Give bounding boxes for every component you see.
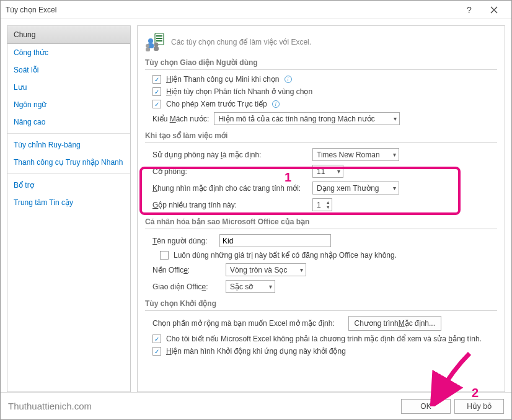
default-programs-button[interactable]: Chương trình Mặc định...	[348, 316, 441, 331]
category-sidebar: Chung Công thức Soát lỗi Lưu Ngôn ngữ Nâ…	[7, 25, 131, 392]
label-screentip: Kiểu Mách nước:	[152, 115, 209, 123]
svg-rect-2	[156, 38, 162, 39]
label-quick-analysis: Hiện tùy chọn Phân tích Nhanh ở vùng chọ…	[166, 87, 312, 96]
label-tell-me: Cho tôi biết nếu Microsoft Excel không p…	[166, 335, 482, 343]
combo-screentip[interactable]: Hiện mô tả của các tính năng trong Mách …	[214, 112, 400, 125]
header-text: Các tùy chọn chung để làm việc với Excel…	[171, 38, 311, 46]
sidebar-item-ngon-ngu[interactable]: Ngôn ngữ	[7, 96, 130, 113]
combo-default-font[interactable]: Times New Roman	[312, 148, 399, 161]
checkbox-live-preview[interactable]: ✓	[152, 100, 161, 108]
info-icon[interactable]: i	[285, 76, 292, 83]
svg-rect-3	[156, 40, 162, 42]
help-button[interactable]: ?	[457, 1, 482, 19]
sidebar-item-trust[interactable]: Trung tâm Tin cậy	[7, 194, 130, 211]
checkbox-quick-analysis[interactable]: ✓	[152, 87, 161, 96]
svg-rect-7	[154, 46, 159, 51]
sidebar-item-addins[interactable]: Bổ trợ	[7, 177, 130, 194]
label-font-size: Cỡ phông:	[152, 167, 307, 176]
ok-button[interactable]: OK	[401, 399, 451, 414]
label-sheet-count: Gộp nhiều trang tính này:	[152, 201, 307, 209]
close-button[interactable]	[482, 1, 506, 19]
cancel-button[interactable]: Hủy bỏ	[454, 399, 504, 414]
sidebar-item-luu[interactable]: Lưu	[7, 79, 130, 96]
sidebar-item-chung[interactable]: Chung	[7, 26, 130, 44]
window-title: Tùy chọn Excel	[6, 6, 457, 14]
label-username: Tên người dùng:	[152, 237, 214, 245]
input-username[interactable]	[219, 234, 331, 247]
label-default-font: Sử dụng phông này là mặc định:	[152, 151, 307, 159]
sidebar-item-cong-thuc[interactable]: Công thức	[7, 44, 130, 61]
combo-font-size[interactable]: 11	[312, 165, 343, 178]
section-personal-title: Cá nhân hóa bản sao Microsoft Office của…	[145, 217, 497, 229]
label-office-theme: Giao diện Office:	[152, 282, 221, 291]
label-default-ext: Chọn phần mở rộng mà bạn muốn Excel mở m…	[152, 319, 335, 328]
spinner-sheet-count[interactable]: 1 ▲▼	[312, 198, 332, 211]
checkbox-always-use[interactable]	[160, 251, 169, 260]
combo-office-bg[interactable]: Vòng tròn và Sọc	[226, 263, 306, 276]
general-options-icon	[145, 32, 165, 52]
svg-point-8	[146, 44, 149, 48]
main-panel: Các tùy chọn chung để làm việc với Excel…	[137, 25, 505, 392]
svg-point-4	[148, 38, 153, 43]
sidebar-item-soat-loi[interactable]: Soát lỗi	[7, 61, 130, 79]
label-start-screen: Hiện màn hình Khởi động khi ứng dụng này…	[166, 347, 346, 356]
dialog-footer: Thuthuattienich.com OK Hủy bỏ	[1, 392, 511, 419]
label-always-use: Luôn dùng những giá trị này bất kể có đă…	[174, 251, 397, 260]
checkbox-tell-me[interactable]: ✓	[152, 335, 161, 343]
section-ui-title: Tùy chọn Giao diện Người dùng	[145, 58, 497, 70]
checkbox-mini-toolbar[interactable]: ✓	[152, 75, 161, 84]
label-office-bg: Nền Office:	[152, 266, 221, 274]
combo-office-theme[interactable]: Sặc sỡ	[226, 280, 275, 293]
checkbox-start-screen[interactable]: ✓	[152, 347, 161, 356]
label-default-view: Khung nhìn mặc định cho các trang tính m…	[152, 184, 307, 193]
watermark-text: Thuthuattienich.com	[8, 401, 397, 411]
svg-rect-9	[146, 48, 150, 51]
section-startup-title: Tùy chọn Khởi động	[145, 299, 497, 311]
svg-rect-1	[156, 35, 162, 37]
section-new-title: Khi tạo sổ làm việc mới	[145, 131, 497, 143]
label-live-preview: Cho phép Xem trước Trực tiếp	[166, 100, 267, 108]
combo-default-view[interactable]: Dạng xem Thường	[312, 182, 399, 195]
sidebar-item-ribbon[interactable]: Tùy chỉnh Ruy-băng	[7, 136, 130, 154]
info-icon[interactable]: i	[272, 100, 280, 108]
title-bar: Tùy chọn Excel ?	[1, 1, 511, 19]
sidebar-item-nang-cao[interactable]: Nâng cao	[7, 113, 130, 131]
sidebar-item-qat[interactable]: Thanh công cụ Truy nhập Nhanh	[7, 154, 130, 171]
label-mini-toolbar: Hiện Thanh công cụ Mini khi chọn	[166, 75, 280, 84]
svg-point-6	[154, 43, 159, 47]
